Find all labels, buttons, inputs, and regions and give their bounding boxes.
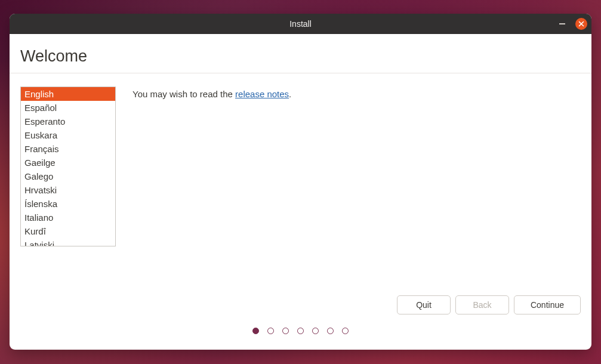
back-button[interactable]: Back [455, 295, 509, 314]
progress-dot [252, 328, 259, 334]
page-header: Welcome [10, 34, 591, 73]
window-controls [556, 18, 587, 30]
minimize-button[interactable] [556, 18, 568, 30]
language-item[interactable]: Galego [21, 169, 115, 183]
window-title: Install [289, 19, 312, 29]
progress-dot [267, 328, 274, 334]
language-item[interactable]: Italiano [21, 211, 115, 224]
language-item[interactable]: Español [21, 101, 115, 115]
language-item[interactable]: Euskara [21, 128, 115, 142]
progress-dot [327, 328, 334, 334]
titlebar[interactable]: Install [10, 14, 591, 34]
release-notes-text-suffix: . [289, 89, 291, 99]
content-pane: You may wish to read the release notes. [132, 87, 581, 286]
language-item[interactable]: Français [21, 142, 115, 156]
language-item[interactable]: Esperanto [21, 115, 115, 128]
progress-indicator [10, 328, 591, 350]
progress-dot [297, 328, 304, 334]
progress-dot [282, 328, 289, 334]
desktop-background: Install Welcome EnglishEspañolEsperantoE… [0, 0, 601, 364]
close-button[interactable] [575, 18, 587, 30]
progress-dot [312, 328, 319, 334]
close-icon [578, 21, 584, 27]
language-item[interactable]: English [21, 87, 115, 101]
quit-button[interactable]: Quit [397, 295, 451, 314]
progress-dot [342, 328, 349, 334]
language-item[interactable]: Hrvatski [21, 183, 115, 197]
footer-buttons: Quit Back Continue [10, 286, 591, 328]
release-notes-text-prefix: You may wish to read the [132, 89, 235, 99]
language-list[interactable]: EnglishEspañolEsperantoEuskaraFrançaisGa… [20, 87, 116, 246]
release-notes-link[interactable]: release notes [235, 89, 289, 99]
page-body: EnglishEspañolEsperantoEuskaraFrançaisGa… [10, 73, 591, 286]
language-item[interactable]: Íslenska [21, 197, 115, 211]
language-item[interactable]: Latviski [21, 238, 115, 246]
continue-button[interactable]: Continue [514, 295, 581, 314]
installer-window: Install Welcome EnglishEspañolEsperantoE… [10, 14, 591, 350]
language-item[interactable]: Kurdî [21, 224, 115, 238]
page-title: Welcome [20, 47, 581, 66]
language-item[interactable]: Gaeilge [21, 156, 115, 169]
